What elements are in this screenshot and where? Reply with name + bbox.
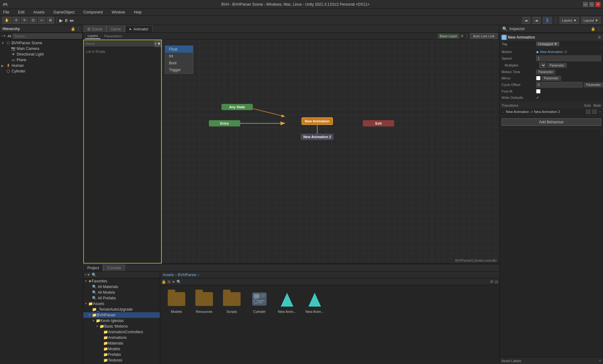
- cloud-button[interactable]: ☁: [533, 17, 541, 24]
- speed-input[interactable]: [536, 56, 601, 61]
- cycle-offset-param-button[interactable]: Parameter: [584, 83, 603, 87]
- proj-assets[interactable]: ▼ 📁 Assets: [83, 301, 160, 307]
- node-any-state[interactable]: Any State: [221, 104, 253, 110]
- tab-game[interactable]: Game: [106, 25, 125, 32]
- cycle-offset-input[interactable]: [536, 82, 583, 88]
- breadcrumb-bvhparser[interactable]: BVHParser: [178, 273, 197, 277]
- inspector-lock-button[interactable]: 🔒: [591, 27, 595, 31]
- tab-scene[interactable]: 🖼 Scene: [83, 25, 106, 32]
- proj-materials[interactable]: 📁 Materials: [83, 340, 160, 346]
- menu-window[interactable]: Window: [110, 9, 127, 15]
- proj-kevin[interactable]: ▼ 📁 Kevin Iglesias: [83, 318, 160, 324]
- toolbar-hand[interactable]: ✋: [3, 17, 11, 24]
- play-button[interactable]: ▶: [59, 18, 63, 23]
- node-exit[interactable]: Exit: [363, 120, 394, 126]
- hierarchy-item-plane[interactable]: ▭ Plane: [0, 57, 83, 63]
- project-add-button[interactable]: +▼: [84, 273, 90, 277]
- menu-help[interactable]: Help: [132, 9, 144, 15]
- proj-all-materials[interactable]: 🔍 All Materials: [83, 284, 160, 290]
- file-models[interactable]: Models: [164, 289, 189, 313]
- animator-parameters-tab[interactable]: Parameters: [102, 34, 125, 39]
- animator-graph[interactable]: Any State Entry Exit New Animation: [162, 40, 499, 264]
- project-filter-btn[interactable]: 🔍: [177, 280, 181, 284]
- menu-gameobject[interactable]: GameObject: [52, 9, 76, 15]
- hierarchy-lock-button[interactable]: 🔒: [71, 27, 75, 31]
- file-cylinder[interactable]: Cylinder: [247, 289, 272, 313]
- hierarchy-search-input[interactable]: [13, 34, 82, 39]
- transition-solo-checkbox[interactable]: [586, 110, 590, 114]
- tab-animator[interactable]: ► Animator: [125, 25, 153, 32]
- motion-target-button[interactable]: ⊙: [564, 50, 567, 54]
- hierarchy-more-button[interactable]: ⋮: [77, 27, 80, 31]
- breadcrumb-assets[interactable]: Assets: [163, 273, 174, 277]
- project-search-button[interactable]: 🔍: [92, 273, 96, 277]
- file-new-anim-1[interactable]: New Anim...: [274, 289, 300, 313]
- menu-component[interactable]: Component: [81, 9, 105, 15]
- proj-all-models[interactable]: 🔍 All Models: [83, 290, 160, 295]
- file-new-anim-2[interactable]: New Anim...: [302, 289, 327, 313]
- proj-models[interactable]: 📁 Models: [83, 346, 160, 352]
- proj-bvhparser[interactable]: ▼ 📁 BVHParser: [83, 312, 160, 318]
- inspector-more-button[interactable]: ⋮: [597, 27, 600, 31]
- proj-textures[interactable]: 📁 Textures: [83, 357, 160, 363]
- proj-anim-controllers[interactable]: 📁 AnimationControllers: [83, 329, 160, 335]
- animator-layers-tab[interactable]: Layers: [85, 33, 100, 39]
- collab-button[interactable]: ☁: [522, 17, 530, 24]
- foot-ik-checkbox[interactable]: [536, 89, 541, 94]
- component-settings-button[interactable]: ⚙: [598, 35, 601, 40]
- minimize-button[interactable]: —: [583, 2, 588, 7]
- proj-prefabs[interactable]: 📁 Prefabs: [83, 352, 160, 357]
- proj-favorites[interactable]: ▼ ★ Favorites: [83, 278, 160, 284]
- proj-basic-motions[interactable]: ▼ 📁 Basic Motions: [83, 324, 160, 329]
- hierarchy-item-directional-light[interactable]: ☀ Directional Light: [0, 51, 83, 57]
- params-name-input[interactable]: [84, 40, 154, 47]
- pause-button[interactable]: ⏸: [64, 18, 68, 23]
- file-scripts[interactable]: Scripts: [219, 289, 244, 313]
- hierarchy-scene-root[interactable]: ▼ ⬡ BVHParser Scene: [0, 40, 83, 46]
- asset-labels-add-button[interactable]: +: [599, 359, 601, 363]
- tab-console[interactable]: Console: [103, 264, 125, 271]
- multiplier-select[interactable]: [539, 62, 546, 68]
- project-view-btn[interactable]: ⊞: [167, 280, 171, 284]
- dropdown-float[interactable]: Float: [165, 46, 193, 53]
- toolbar-rotate[interactable]: ↻: [21, 17, 28, 24]
- multiplier-param-button[interactable]: Parameter: [547, 63, 567, 68]
- tab-project[interactable]: Project: [83, 264, 103, 271]
- hierarchy-item-main-camera[interactable]: 📷 Main Camera: [0, 46, 83, 51]
- dropdown-bool[interactable]: Bool: [165, 60, 193, 67]
- project-star-btn[interactable]: ★: [172, 280, 175, 284]
- account-button[interactable]: 👤: [543, 17, 552, 24]
- dropdown-int[interactable]: Int: [165, 53, 193, 60]
- menu-edit[interactable]: Edit: [16, 9, 26, 15]
- toolbar-transform[interactable]: ⊞: [47, 17, 54, 24]
- node-new-animation-2[interactable]: New Animation 2: [301, 134, 334, 140]
- node-entry[interactable]: Entry: [209, 120, 240, 126]
- mirror-checkbox[interactable]: [536, 76, 541, 80]
- project-lock-btn[interactable]: 🔒: [161, 280, 166, 284]
- menu-file[interactable]: File: [1, 9, 11, 15]
- motion-link[interactable]: New Animation: [540, 50, 563, 54]
- maximize-button[interactable]: □: [589, 2, 594, 7]
- toolbar-rect[interactable]: ▭: [38, 17, 46, 24]
- mirror-param-button[interactable]: Parameter: [542, 76, 561, 81]
- auto-live-link-button[interactable]: Auto Live Link: [470, 33, 497, 39]
- node-new-animation[interactable]: New Animation: [302, 117, 333, 125]
- transition-label-1[interactable]: New Animation -> New Animation 2: [506, 110, 586, 114]
- layout-button[interactable]: Layout ▼: [581, 17, 600, 24]
- hierarchy-item-human[interactable]: ▶ 🧍 Human: [0, 63, 83, 68]
- toolbar-move[interactable]: ✛: [13, 17, 20, 24]
- close-button[interactable]: ✕: [595, 2, 600, 7]
- menu-assets[interactable]: Assets: [31, 9, 46, 15]
- proj-all-prefabs[interactable]: 🔍 All Prefabs: [83, 295, 160, 301]
- transition-mute-checkbox[interactable]: [592, 110, 597, 114]
- transition-remove-button[interactable]: −: [599, 109, 601, 114]
- hierarchy-add-button[interactable]: +▼: [1, 34, 6, 38]
- params-add-button[interactable]: +▼: [154, 40, 161, 47]
- dropdown-trigger[interactable]: Trigger: [165, 67, 193, 73]
- toolbar-scale[interactable]: ⊡: [30, 17, 37, 24]
- file-resources[interactable]: Resources: [192, 289, 217, 313]
- layers-button[interactable]: Layers ▼: [560, 17, 579, 24]
- next-button[interactable]: ⏭: [70, 18, 74, 23]
- proj-terrain[interactable]: 📁 _TerrainAutoUpgrade: [83, 307, 160, 312]
- motion-time-param-button[interactable]: Parameter: [536, 70, 555, 74]
